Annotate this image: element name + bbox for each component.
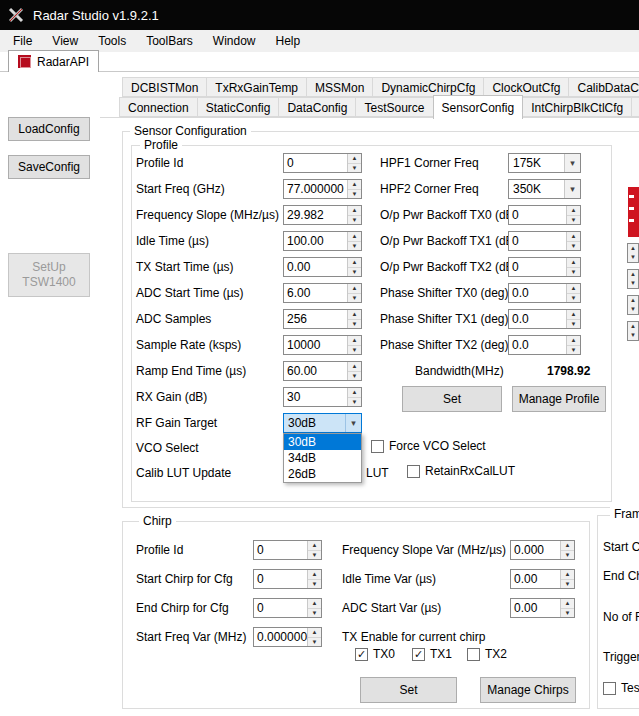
tx0-checkbox[interactable]: TX0 [355, 647, 395, 661]
spin-down-icon[interactable]: ▼ [628, 253, 638, 262]
spin-up-icon[interactable]: ▲ [348, 310, 361, 320]
phase-shifter-tx0-input[interactable]: 0.0 ▲▼ [508, 283, 581, 303]
spinner-arrows[interactable]: ▲▼ [347, 310, 361, 328]
menu-file[interactable]: File [3, 30, 42, 52]
spin-up-icon[interactable]: ▲ [308, 541, 321, 551]
tab-staticconfig[interactable]: StaticConfig [197, 97, 280, 117]
spin-down-icon[interactable]: ▼ [348, 216, 361, 225]
spinner-arrows[interactable]: ▲▼ [347, 206, 361, 224]
op-pwr-backoff-tx1-input[interactable]: 0 ▲▼ [508, 231, 581, 251]
spin-down-icon[interactable]: ▼ [348, 268, 361, 277]
spin-up-icon[interactable]: ▲ [628, 270, 638, 279]
spin-down-icon[interactable]: ▼ [567, 346, 580, 355]
menu-toolbars[interactable]: ToolBars [136, 30, 203, 52]
spin-up-icon[interactable]: ▲ [348, 180, 361, 190]
hpf2-corner-freq-select[interactable]: 350K ▾ [508, 179, 581, 199]
adc-start-var-input[interactable]: 0.00 ▲▼ [510, 598, 575, 618]
tab-mssmon[interactable]: MSSMon [306, 77, 373, 97]
spin-down-icon[interactable]: ▼ [628, 305, 638, 314]
spin-up-icon[interactable]: ▲ [628, 322, 638, 331]
chirp-profile-id-input[interactable]: 0 ▲▼ [253, 540, 322, 560]
rx-gain-input[interactable]: 30 ▲▼ [283, 387, 362, 407]
spin-down-icon[interactable]: ▼ [308, 551, 321, 560]
spin-down-icon[interactable]: ▼ [308, 638, 321, 647]
spinner-arrows[interactable]: ▲▼ [566, 258, 580, 276]
chevron-down-icon[interactable]: ▾ [564, 154, 580, 172]
spin-down-icon[interactable]: ▼ [567, 268, 580, 277]
tab-testsource[interactable]: TestSource [355, 97, 433, 117]
spin-up-icon[interactable]: ▲ [348, 388, 361, 398]
clipped-spinner[interactable]: ▲▼ [627, 295, 639, 315]
tab-dcbistmon[interactable]: DCBISTMon [122, 77, 207, 97]
spin-up-icon[interactable]: ▲ [308, 628, 321, 638]
tx1-checkbox[interactable]: TX1 [412, 647, 452, 661]
end-chirp-cfg-input[interactable]: 0 ▲▼ [253, 598, 322, 618]
spinner-arrows[interactable]: ▲▼ [347, 154, 361, 172]
profile-id-input[interactable]: 0 ▲▼ [283, 153, 362, 173]
clipped-spinner[interactable]: ▲▼ [627, 243, 639, 263]
tab-txrxgaintemp[interactable]: TxRxGainTemp [206, 77, 307, 97]
spin-up-icon[interactable]: ▲ [567, 232, 580, 242]
freq-slope-var-input[interactable]: 0.000 ▲▼ [510, 540, 575, 560]
spinner-arrows[interactable]: ▲▼ [566, 206, 580, 224]
menu-window[interactable]: Window [203, 30, 266, 52]
tab-reg-clipped[interactable]: Reg [631, 97, 639, 117]
spin-down-icon[interactable]: ▼ [567, 216, 580, 225]
spin-up-icon[interactable]: ▲ [561, 541, 574, 551]
spin-up-icon[interactable]: ▲ [628, 296, 638, 305]
tab-calibdatacfg[interactable]: CalibDataCfg [568, 77, 639, 97]
spin-down-icon[interactable]: ▼ [567, 320, 580, 329]
spinner-arrows[interactable]: ▲▼ [347, 284, 361, 302]
sample-rate-input[interactable]: 10000 ▲▼ [283, 335, 362, 355]
spinner-arrows[interactable]: ▲▼ [347, 232, 361, 250]
spin-up-icon[interactable]: ▲ [561, 599, 574, 609]
checkbox-box[interactable] [467, 648, 480, 661]
start-chirp-cfg-input[interactable]: 0 ▲▼ [253, 569, 322, 589]
frequency-slope-input[interactable]: 29.982 ▲▼ [283, 205, 362, 225]
chirp-set-button[interactable]: Set [360, 677, 457, 703]
chevron-down-icon[interactable]: ▾ [564, 180, 580, 198]
start-freq-var-input[interactable]: 0.000000 ▲▼ [253, 627, 322, 647]
clipped-spinner[interactable]: ▲▼ [627, 269, 639, 289]
spin-up-icon[interactable]: ▲ [348, 206, 361, 216]
spinner-arrows[interactable]: ▲▼ [347, 362, 361, 380]
spin-down-icon[interactable]: ▼ [348, 320, 361, 329]
spinner-arrows[interactable]: ▲▼ [560, 599, 574, 617]
spin-down-icon[interactable]: ▼ [567, 242, 580, 251]
tab-intchirpblkctlcfg[interactable]: IntChirpBlkCtlCfg [522, 97, 632, 117]
spin-down-icon[interactable]: ▼ [561, 580, 574, 589]
spin-down-icon[interactable]: ▼ [628, 331, 638, 340]
spin-up-icon[interactable]: ▲ [567, 336, 580, 346]
spinner-arrows[interactable]: ▲▼ [307, 599, 321, 617]
spin-down-icon[interactable]: ▼ [348, 164, 361, 173]
dropdown-option-34db[interactable]: 34dB [284, 450, 361, 466]
tx2-checkbox[interactable]: TX2 [467, 647, 507, 661]
idle-time-var-input[interactable]: 0.00 ▲▼ [510, 569, 575, 589]
spinner-arrows[interactable]: ▲▼ [347, 180, 361, 198]
spinner-arrows[interactable]: ▲▼ [566, 336, 580, 354]
menu-view[interactable]: View [42, 30, 88, 52]
force-vco-select-checkbox[interactable]: Force VCO Select [371, 439, 486, 453]
spinner-arrows[interactable]: ▲▼ [307, 541, 321, 559]
start-freq-input[interactable]: 77.000000 ▲▼ [283, 179, 362, 199]
adc-samples-input[interactable]: 256 ▲▼ [283, 309, 362, 329]
retain-rx-cal-lut-checkbox[interactable]: RetainRxCalLUT [407, 464, 515, 478]
phase-shifter-tx1-input[interactable]: 0.0 ▲▼ [508, 309, 581, 329]
clipped-spinner[interactable]: ▲▼ [627, 321, 639, 341]
spin-up-icon[interactable]: ▲ [308, 570, 321, 580]
spin-up-icon[interactable]: ▲ [567, 284, 580, 294]
spin-up-icon[interactable]: ▲ [561, 570, 574, 580]
save-config-button[interactable]: SaveConfig [8, 155, 90, 179]
spinner-arrows[interactable]: ▲▼ [566, 310, 580, 328]
spin-down-icon[interactable]: ▼ [348, 242, 361, 251]
dropdown-option-26db[interactable]: 26dB [284, 466, 361, 482]
spinner-arrows[interactable]: ▲▼ [347, 258, 361, 276]
hpf1-corner-freq-select[interactable]: 175K ▾ [508, 153, 581, 173]
profile-set-button[interactable]: Set [402, 386, 502, 412]
idle-time-input[interactable]: 100.00 ▲▼ [283, 231, 362, 251]
checkbox-box[interactable] [412, 648, 425, 661]
spinner-arrows[interactable]: ▲▼ [347, 388, 361, 406]
spin-up-icon[interactable]: ▲ [567, 310, 580, 320]
spinner-arrows[interactable]: ▲▼ [566, 232, 580, 250]
op-pwr-backoff-tx2-input[interactable]: 0 ▲▼ [508, 257, 581, 277]
